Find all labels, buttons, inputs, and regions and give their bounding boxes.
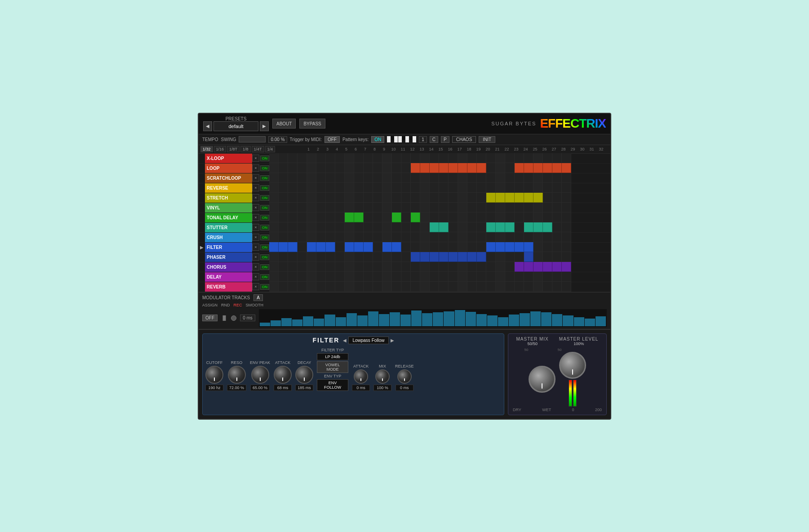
step-cell-12-23[interactable] (477, 272, 486, 282)
swing-bar[interactable] (239, 136, 266, 142)
step-cell-2-1[interactable] (269, 173, 279, 183)
step-cell-13-10[interactable] (354, 282, 364, 292)
step-cell-4-22[interactable] (467, 193, 477, 203)
step-cell-3-16[interactable] (411, 183, 420, 193)
step-cell-1-13[interactable] (382, 163, 392, 173)
step-cell-8-22[interactable] (467, 232, 477, 242)
step-cell-7-11[interactable] (364, 222, 373, 232)
step-cell-11-16[interactable] (411, 262, 420, 272)
step-cell-8-32[interactable] (562, 232, 571, 242)
step-cell-9-2[interactable] (279, 242, 288, 252)
step-cell-0-28[interactable] (524, 153, 533, 163)
step-cell-9-7[interactable] (326, 242, 335, 252)
step-cell-4-26[interactable] (505, 193, 515, 203)
step-cell-6-18[interactable] (430, 213, 439, 222)
step-cell-3-23[interactable] (477, 183, 486, 193)
step-cell-6-28[interactable] (524, 213, 533, 222)
step-cell-11-24[interactable] (486, 262, 496, 272)
step-cell-6-9[interactable] (345, 213, 354, 222)
step-cell-2-32[interactable] (562, 173, 571, 183)
filter-type-next[interactable]: ▶ (391, 338, 394, 343)
step-cell-9-17[interactable] (420, 242, 430, 252)
step-cell-5-30[interactable] (543, 203, 552, 213)
step-cell-12-12[interactable] (373, 272, 382, 282)
step-cell-6-29[interactable] (533, 213, 543, 222)
step-cell-11-21[interactable] (458, 262, 467, 272)
step-cell-13-25[interactable] (496, 282, 505, 292)
effect-x-btn-11[interactable]: × (252, 263, 259, 270)
effect-on-toggle-3[interactable]: ON (260, 185, 269, 191)
step-cell-4-16[interactable] (411, 193, 420, 203)
step-cell-1-2[interactable] (279, 163, 288, 173)
filter-type-prev[interactable]: ◀ (343, 338, 347, 343)
step-cell-3-27[interactable] (515, 183, 524, 193)
step-cell-8-25[interactable] (496, 232, 505, 242)
step-cell-11-26[interactable] (505, 262, 515, 272)
step-cell-0-27[interactable] (515, 153, 524, 163)
step-cell-1-24[interactable] (486, 163, 496, 173)
effect-x-btn-2[interactable]: × (252, 174, 259, 182)
step-cell-5-21[interactable] (458, 203, 467, 213)
step-cell-13-13[interactable] (382, 282, 392, 292)
step-cell-7-4[interactable] (298, 222, 307, 232)
step-cell-2-8[interactable] (335, 173, 345, 183)
step-cell-13-19[interactable] (439, 282, 449, 292)
step-cell-11-11[interactable] (364, 262, 373, 272)
step-cell-9-21[interactable] (458, 242, 467, 252)
step-cell-5-20[interactable] (449, 203, 458, 213)
step-cell-5-29[interactable] (533, 203, 543, 213)
step-cell-2-17[interactable] (420, 173, 430, 183)
step-cell-10-5[interactable] (307, 252, 316, 262)
step-cell-3-9[interactable] (345, 183, 354, 193)
step-cell-3-7[interactable] (326, 183, 335, 193)
step-cell-10-4[interactable] (298, 252, 307, 262)
step-cell-5-2[interactable] (279, 203, 288, 213)
step-cell-3-20[interactable] (449, 183, 458, 193)
step-cell-12-18[interactable] (430, 272, 439, 282)
effect-x-btn-3[interactable]: × (252, 184, 259, 191)
step-cell-6-30[interactable] (543, 213, 552, 222)
step-cell-4-8[interactable] (335, 193, 345, 203)
step-cell-0-6[interactable] (316, 153, 326, 163)
step-cell-8-1[interactable] (269, 232, 279, 242)
step-cell-5-8[interactable] (335, 203, 345, 213)
effect-on-toggle-2[interactable]: ON (260, 175, 269, 181)
step-cell-12-8[interactable] (335, 272, 345, 282)
step-cell-12-16[interactable] (411, 272, 420, 282)
step-cell-7-27[interactable] (515, 222, 524, 232)
step-cell-10-6[interactable] (316, 252, 326, 262)
cutoff-knob[interactable] (205, 366, 223, 384)
step-cell-10-26[interactable] (505, 252, 515, 262)
step-cell-10-30[interactable] (543, 252, 552, 262)
step-cell-13-5[interactable] (307, 282, 316, 292)
step-cell-11-29[interactable] (533, 262, 543, 272)
step-cell-1-31[interactable] (552, 163, 562, 173)
step-cell-13-24[interactable] (486, 282, 496, 292)
step-cell-7-2[interactable] (279, 222, 288, 232)
step-cell-2-20[interactable] (449, 173, 458, 183)
step-cell-12-13[interactable] (382, 272, 392, 282)
step-cell-2-14[interactable] (392, 173, 401, 183)
step-cell-8-9[interactable] (345, 232, 354, 242)
step-cell-6-10[interactable] (354, 213, 364, 222)
pattern-value[interactable]: ON (371, 136, 384, 143)
step-cell-11-14[interactable] (392, 262, 401, 272)
step-cell-13-17[interactable] (420, 282, 430, 292)
step-cell-13-6[interactable] (316, 282, 326, 292)
step-cell-8-13[interactable] (382, 232, 392, 242)
step-cell-10-20[interactable] (449, 252, 458, 262)
step-cell-13-3[interactable] (288, 282, 298, 292)
step-cell-9-1[interactable] (269, 242, 279, 252)
step-cell-0-2[interactable] (279, 153, 288, 163)
effect-on-toggle-10[interactable]: ON (260, 254, 269, 260)
step-cell-7-5[interactable] (307, 222, 316, 232)
step-cell-5-6[interactable] (316, 203, 326, 213)
step-cell-10-2[interactable] (279, 252, 288, 262)
step-cell-1-22[interactable] (467, 163, 477, 173)
step-cell-0-9[interactable] (345, 153, 354, 163)
step-cell-3-18[interactable] (430, 183, 439, 193)
env-peak-knob[interactable] (251, 366, 269, 384)
step-cell-5-12[interactable] (373, 203, 382, 213)
step-cell-5-16[interactable] (411, 203, 420, 213)
step-cell-8-28[interactable] (524, 232, 533, 242)
